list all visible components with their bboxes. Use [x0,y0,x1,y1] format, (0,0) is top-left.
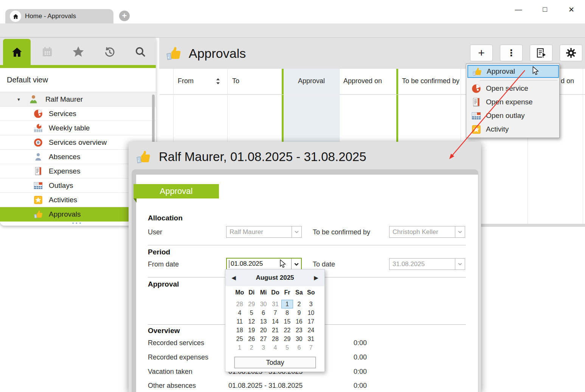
overview-row-range: 01.08.2025 - 31.08.2025 [228,382,303,390]
more-options-button[interactable]: ⋮ [500,45,523,61]
calendar-day[interactable]: 2 [293,300,305,308]
calendar-prev-icon[interactable]: ◀ [225,274,242,281]
menu-item-open-service[interactable]: Open service [466,82,560,95]
confirmed-by-select[interactable]: Christoph Keller [389,226,465,238]
calendar-day[interactable]: 1 [234,343,245,352]
maximize-button[interactable]: □ [538,3,551,16]
new-tab-button[interactable]: + [119,11,130,21]
calendar-day[interactable]: 17 [305,317,317,326]
calendar-day[interactable]: 6 [293,343,305,352]
calendar-day[interactable]: 18 [234,326,245,335]
minimize-button[interactable]: — [512,3,525,16]
calendar-day[interactable]: 19 [245,326,257,335]
calendar-day[interactable]: 2 [245,343,257,352]
activities-star-icon [33,195,43,205]
column-header-from[interactable]: From [178,77,194,85]
menu-item-open-expense[interactable]: Open expense [466,95,560,109]
calendar-day[interactable]: 5 [281,343,293,352]
calendar-day[interactable]: 28 [234,300,245,308]
calendar-day[interactable]: 31 [269,300,281,308]
calendar-day[interactable]: 6 [258,308,269,317]
breadcrumb-toolbar: ◀ ▶ Ralf Maurer > Approvals ! 100% [0,23,585,38]
calendar-day[interactable]: 16 [293,317,305,326]
calendar-icon[interactable] [41,45,54,58]
sidebar-item-weekly-table[interactable]: Weekly table [0,121,156,135]
calendar-day[interactable]: 4 [269,343,281,352]
home-tab-icon [10,11,21,22]
calendar-day[interactable]: 9 [293,308,305,317]
calendar-day[interactable]: 29 [281,335,293,343]
column-divider[interactable] [583,69,583,224]
calendar-day[interactable]: 23 [293,326,305,335]
dialog-titlebar[interactable]: Ralf Maurer, 01.08.2025 - 31.08.2025 [129,142,481,172]
section-heading-period: Period [148,248,170,256]
tab-approval[interactable]: Approval [133,184,219,198]
tree-root-user[interactable]: ▼ Ralf Maurer [0,92,156,107]
calendar-day[interactable]: 28 [269,335,281,343]
column-header-confirmed-on-partial[interactable]: d on [561,77,574,85]
favorites-star-icon[interactable] [72,45,85,58]
search-icon[interactable] [134,45,147,58]
column-header-to[interactable]: To [232,77,239,85]
menu-item-open-outlay[interactable]: Open outlay [466,109,560,122]
history-icon[interactable] [103,45,116,58]
user-select[interactable]: Ralf Maurer [226,226,302,238]
sidebar-scrollbar[interactable] [152,95,155,143]
sidebar-tab-home[interactable] [3,39,31,65]
close-button[interactable]: ✕ [565,3,578,16]
from-date-select[interactable]: 01.08.2025 [226,258,302,270]
services-overview-icon [33,138,43,147]
calendar-day[interactable]: 22 [281,326,293,335]
calendar-day[interactable]: 24 [305,326,317,335]
calendar-day[interactable]: 8 [281,308,293,317]
calendar-day[interactable]: 10 [305,308,317,317]
column-header-to-be-confirmed-by[interactable]: To be confirmed by [402,77,459,85]
add-button[interactable]: + [470,45,493,61]
calendar-day[interactable]: 13 [258,317,269,326]
services-pie-icon [33,109,43,119]
tree-expander-icon[interactable]: ▼ [17,97,21,102]
calendar-day[interactable]: 7 [305,343,317,352]
calendar-day[interactable]: 4 [234,308,245,317]
calendar-day[interactable]: 21 [269,326,281,335]
chevron-down-icon[interactable] [455,259,465,270]
settings-button[interactable] [560,45,582,61]
menu-item-approval[interactable]: Approval [467,65,559,78]
chevron-down-icon[interactable] [455,226,465,237]
calendar-header: ◀ August 2025 ▶ [225,270,324,286]
calendar-day[interactable]: 25 [234,335,245,343]
to-date-select[interactable]: 31.08.2025 [389,258,465,270]
app-tab[interactable]: Home - Approvals [5,9,113,23]
calendar-day[interactable]: 7 [269,308,281,317]
overview-row-label: Recorded services [148,339,204,347]
calendar-next-icon[interactable]: ▶ [308,274,324,281]
calendar-day[interactable]: 27 [258,335,269,343]
chevron-down-icon[interactable] [291,259,301,270]
calendar-day[interactable]: 5 [245,308,257,317]
calendar-day[interactable]: 20 [258,326,269,335]
sidebar-item-services[interactable]: Services [0,107,156,121]
calendar-weekday-row: MoDiMiDoFrSaSo [234,289,317,298]
calendar-day[interactable]: 14 [269,317,281,326]
calendar-day[interactable]: 3 [305,300,317,308]
calendar-day[interactable]: 29 [245,300,257,308]
calendar-day[interactable]: 1 [281,300,293,308]
sort-icon[interactable] [216,78,220,85]
calendar-day[interactable]: 15 [281,317,293,326]
column-header-approval[interactable]: Approval [284,77,339,85]
report-button[interactable] [530,45,552,61]
calendar-day[interactable]: 30 [293,335,305,343]
today-button[interactable]: Today [234,357,316,368]
calendar-day[interactable]: 26 [245,335,257,343]
calendar-day[interactable]: 3 [258,343,269,352]
overview-row-value: 0:00 [354,339,367,347]
to-date-label: To date [313,260,335,268]
user-label: User [148,228,162,236]
column-header-approved-on[interactable]: Approved on [343,77,382,85]
calendar-day[interactable]: 31 [305,335,317,343]
calendar-day[interactable]: 30 [258,300,269,308]
calendar-day[interactable]: 11 [234,317,245,326]
calendar-day[interactable]: 12 [245,317,257,326]
chevron-down-icon[interactable] [292,226,301,237]
menu-item-activity[interactable]: Activity [466,122,560,136]
